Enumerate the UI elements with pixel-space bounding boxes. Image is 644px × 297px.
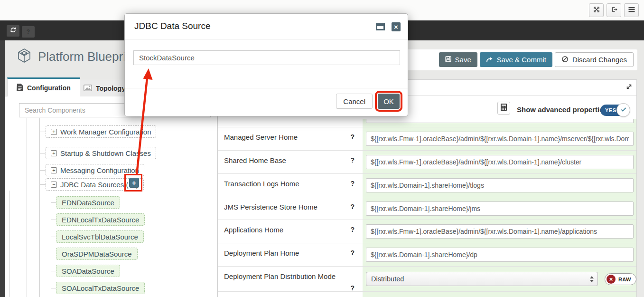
tree-node-work-manager-configuration[interactable]: + Work Manager Configuration — [46, 125, 156, 138]
help-tooltip-icon[interactable]: ? — [350, 133, 355, 141]
raw-toggle-badge[interactable]: × RAW — [605, 273, 636, 285]
fullscreen-button[interactable] — [589, 3, 604, 17]
menu-icon — [628, 6, 635, 15]
tree-leaf-localsvctbldatasource[interactable]: LocalSvcTblDataSource — [56, 230, 144, 243]
window-controls — [589, 3, 639, 17]
document-icon — [17, 83, 23, 93]
clipped-input — [366, 119, 634, 123]
add-data-source-button[interactable]: + — [129, 178, 139, 188]
tree-leaf-edndatasource[interactable]: EDNDataSource — [56, 196, 120, 209]
tree-stub — [51, 288, 56, 288]
property-label: Shared Home Base — [224, 156, 286, 164]
refresh-button[interactable] — [7, 25, 19, 37]
tree-stub — [51, 254, 56, 254]
action-buttons: Save Save & Commit Discard Changes — [439, 52, 634, 67]
tree-node-startup-shutdown-classes[interactable]: + Startup & Shutdown Classes — [46, 147, 156, 159]
image-icon — [84, 85, 92, 93]
discard-changes-button[interactable]: Discard Changes — [555, 52, 634, 67]
save-commit-button[interactable]: Save & Commit — [480, 52, 552, 67]
tree-leaf-soadatasource[interactable]: SOADataSource — [56, 265, 120, 277]
tree-line — [39, 118, 40, 297]
property-label: Transaction Logs Home — [224, 180, 299, 188]
select-spinner-icon — [590, 276, 594, 282]
tree-node-messaging-configuration[interactable]: + Messaging Configuration — [46, 164, 144, 176]
refresh-icon — [10, 27, 17, 35]
help-tooltip-icon[interactable]: ? — [350, 226, 355, 233]
fullscreen-icon — [593, 6, 600, 15]
dialog-footer: Cancel OK — [125, 88, 408, 116]
tab-configuration[interactable]: Configuration — [7, 77, 80, 96]
expand-panel-button[interactable] — [621, 80, 636, 96]
property-label: Applications Home — [224, 226, 283, 234]
tree-stub — [39, 132, 46, 132]
expand-icon[interactable]: + — [51, 167, 57, 173]
tree-stub — [51, 202, 56, 203]
commit-arrow-icon — [486, 56, 493, 64]
dialog-header: JDBC Data Source × — [125, 14, 408, 39]
property-rows: Managed Server Home ? Shared Home Base ?… — [218, 119, 636, 297]
help-tooltip-icon[interactable]: ? — [350, 156, 355, 164]
dialog-title: JDBC Data Source — [134, 21, 211, 31]
property-value-input[interactable] — [366, 224, 634, 239]
discard-icon — [561, 56, 569, 64]
distribution-mode-select[interactable]: Distributed — [366, 272, 598, 286]
table-row-deployment-plan-home: Deployment Plan Home ? — [218, 243, 636, 266]
tree-leaf-orasdpmdatasource[interactable]: OraSDPMDataSource — [56, 248, 138, 260]
tree-leaf-soalocaltxdatasource[interactable]: SOALocalTxDataSource — [56, 282, 145, 294]
help-button[interactable]: ? — [22, 26, 35, 38]
help-tooltip-icon[interactable]: ? — [350, 249, 355, 257]
calculator-button[interactable] — [497, 102, 510, 115]
collapsed-sidebar-rail[interactable] — [0, 40, 5, 297]
tree-stub — [39, 153, 46, 153]
tree-stub — [39, 184, 46, 185]
tree-stub — [51, 237, 56, 237]
property-value-input[interactable] — [366, 201, 634, 216]
help-tooltip-icon[interactable]: ? — [350, 180, 355, 187]
property-value-input[interactable] — [366, 178, 634, 192]
sign-out-icon — [610, 6, 618, 15]
help-icon: ? — [27, 29, 30, 35]
floppy-icon — [445, 56, 451, 64]
tree-stub — [51, 271, 56, 271]
table-row-partial — [218, 291, 636, 297]
tree-line — [9, 191, 9, 297]
sign-out-button[interactable] — [607, 3, 621, 17]
property-label: Managed Server Home — [224, 133, 298, 141]
advanced-properties-toggle[interactable]: YES — [600, 105, 628, 116]
ok-button[interactable]: OK — [378, 94, 400, 109]
property-label: JMS Persistence Store Home — [224, 203, 317, 211]
raw-x-icon: × — [607, 275, 616, 284]
calculator-icon — [500, 103, 507, 113]
collapse-icon[interactable]: − — [51, 182, 57, 188]
cancel-button[interactable]: Cancel — [336, 94, 373, 109]
jdbc-data-source-dialog: JDBC Data Source × Cancel OK — [124, 13, 408, 116]
table-row-applications-home: Applications Home ? — [218, 220, 636, 243]
property-value-input[interactable] — [366, 132, 634, 146]
expand-icon[interactable]: + — [51, 129, 57, 135]
property-value-input[interactable] — [366, 155, 634, 169]
close-icon[interactable]: × — [392, 22, 401, 31]
show-advanced-properties-label: Show advanced properties — [517, 105, 607, 114]
property-label: Deployment Plan Distribution Mode — [224, 272, 336, 280]
menu-button[interactable] — [624, 3, 639, 17]
component-tree-panel: + Work Manager Configuration + Startup &… — [5, 96, 217, 297]
blueprint-cube-icon — [16, 48, 32, 66]
help-tooltip-icon[interactable]: ? — [350, 203, 355, 211]
restore-window-icon[interactable] — [376, 23, 385, 30]
table-row-transaction-logs-home: Transaction Logs Home ? — [218, 173, 636, 197]
table-row-shared-home-base: Shared Home Base ? — [218, 150, 636, 173]
help-tooltip-icon[interactable]: ? — [350, 284, 355, 292]
tree-line — [27, 118, 27, 297]
save-button[interactable]: Save — [439, 52, 477, 67]
data-source-name-input[interactable] — [133, 50, 400, 65]
table-row-deployment-plan-distribution-mode: Deployment Plan Distribution Mode ? Dist… — [218, 266, 636, 291]
tree-line — [51, 190, 51, 288]
dialog-body — [125, 39, 408, 88]
expand-diagonal-icon — [625, 83, 633, 92]
property-value-input[interactable] — [366, 248, 634, 262]
tree-stub — [39, 170, 46, 171]
toggle-knob[interactable] — [616, 103, 630, 117]
table-row-jms-persistence-store-home: JMS Persistence Store Home ? — [218, 197, 636, 220]
tree-leaf-ednlocaltxdatasource[interactable]: EDNLocalTxDataSource — [56, 213, 145, 226]
expand-icon[interactable]: + — [51, 150, 57, 156]
